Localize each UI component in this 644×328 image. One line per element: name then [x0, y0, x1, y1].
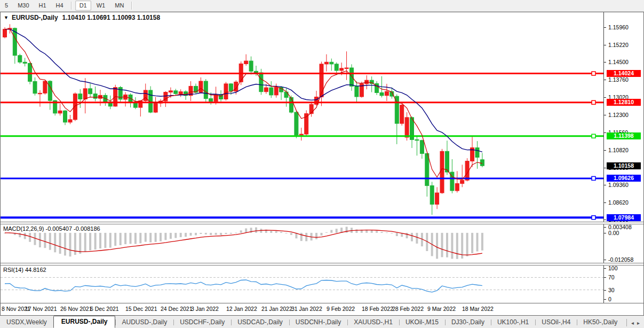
- price-axis: 1.159601.152201.145001.137601.130201.123…: [603, 12, 643, 222]
- level-handle-icon: [592, 72, 595, 75]
- price-axis-label: 1.12300: [608, 112, 629, 118]
- level-handle-icon: [592, 100, 595, 104]
- rsi-axis-label: 70: [608, 274, 615, 280]
- macd-label: MACD(12,26,9) -0.005407 -0.008186: [3, 225, 100, 232]
- chart-ohlc-values: 1.10410 1.10691 1.10093 1.10158: [62, 14, 161, 21]
- date-label-26-nov-2021: 26 Nov 2021: [60, 306, 92, 312]
- chart-tab-audusd-daily[interactable]: AUDUSD-,Daily: [115, 317, 173, 328]
- level-line-1.07984[interactable]: [1, 216, 603, 220]
- chart-tab-xauusd-h1[interactable]: XAUUSD-,H1: [347, 317, 399, 328]
- timeframe-button-m30[interactable]: M30: [13, 1, 33, 11]
- toolbar-separator: [131, 2, 132, 10]
- date-label-21-jan-2022: 21 Jan 2022: [261, 306, 292, 312]
- date-label-18-feb-2022: 18 Feb 2022: [362, 306, 393, 312]
- rsi-axis-tick: [604, 277, 606, 278]
- level-badge-1.12810: 1.12810: [607, 99, 641, 106]
- price-axis-label: 1.15960: [608, 24, 629, 30]
- chart-tab-ukoil-m15[interactable]: UKOil-,M15: [399, 317, 445, 328]
- chart-tab-usdchf-daily[interactable]: USDCHF-,Daily: [173, 317, 231, 328]
- level-line-1.09626[interactable]: [1, 176, 603, 180]
- price-axis-tick: [604, 168, 606, 168]
- level-badge-1.09626: 1.09626: [607, 175, 641, 182]
- macd-axis-label: -0.012058: [608, 256, 633, 263]
- price-axis-label: 1.09360: [608, 182, 629, 188]
- price-axis-label: 1.10820: [608, 147, 629, 153]
- date-label-28-feb-2022: 28 Feb 2022: [392, 306, 424, 312]
- chart-title: ▼ EURUSD-,Daily 1.10410 1.10691 1.10093 …: [4, 14, 160, 21]
- price-axis-tick: [604, 220, 606, 220]
- date-label-24-dec-2021: 24 Dec 2021: [161, 306, 193, 312]
- date-label-9-feb-2022: 9 Feb 2022: [327, 306, 355, 312]
- price-axis-label: 1.15220: [608, 42, 629, 48]
- level-badge-1.14024: 1.14024: [607, 70, 641, 77]
- rsi-label: RSI(14) 44.8162: [3, 267, 46, 273]
- timeframe-button-w1[interactable]: W1: [92, 1, 110, 11]
- chart-symbol-title: EURUSD-,Daily: [12, 14, 58, 21]
- date-label-9-mar-2022: 9 Mar 2022: [427, 306, 456, 312]
- tab-scroll-left-icon[interactable]: ◂: [631, 320, 634, 326]
- level-handle-icon: [592, 176, 595, 180]
- price-axis-tick: [604, 80, 606, 80]
- chart-tab-bar: USDX,WeeklyEURUSD-,DailyAUDUSD-,DailyUSD…: [0, 316, 644, 328]
- chart-tab-usoil-h4[interactable]: USOil-,H4: [535, 317, 577, 328]
- level-handle-icon: [592, 134, 595, 138]
- tab-scrollers: ◂▸: [626, 319, 644, 326]
- timeframe-button-5[interactable]: 5: [1, 1, 12, 11]
- price-axis-tick: [604, 185, 606, 185]
- chart-tab-usdcnh-daily[interactable]: USDCNH-,Daily: [289, 317, 347, 328]
- price-axis-tick: [604, 150, 606, 151]
- rsi-axis-label: 100: [608, 265, 618, 271]
- tab-scroll-right-icon[interactable]: ▸: [637, 320, 640, 326]
- price-axis-tick: [604, 132, 606, 133]
- level-badge-1.11398: 1.11398: [607, 132, 641, 139]
- rsi-axis-label: 30: [608, 287, 615, 293]
- rsi-axis-label: 0: [608, 296, 611, 302]
- timeframe-button-d1[interactable]: D1: [75, 1, 91, 11]
- rsi-pane[interactable]: RSI(14) 44.8162: [1, 265, 603, 303]
- price-axis-tick: [604, 115, 606, 115]
- toolbar-separator: [71, 2, 72, 10]
- rsi-canvas: [1, 265, 603, 303]
- rsi-axis-tick: [604, 290, 606, 291]
- macd-axis-tick: [604, 260, 606, 260]
- rsi-line: [5, 280, 482, 292]
- timeframe-button-h1[interactable]: H1: [35, 1, 51, 11]
- date-label-6-dec-2021: 6 Dec 2021: [90, 306, 119, 312]
- date-label-18-mar-2022: 18 Mar 2022: [462, 306, 494, 312]
- trading-terminal-window: 5M30H1H4D1W1MN ▼ EURUSD-,Daily 1.10410 1…: [0, 0, 644, 328]
- chart-tab-usdx-weekly[interactable]: USDX,Weekly: [0, 317, 53, 328]
- macd-axis: 0.0034080.00-0.012058: [603, 224, 643, 263]
- date-label-17-nov-2021: 17 Nov 2021: [25, 306, 57, 312]
- timeframe-button-h4[interactable]: H4: [52, 1, 68, 11]
- timeframe-toolbar: 5M30H1H4D1W1MN: [0, 0, 644, 12]
- date-label-15-dec-2021: 15 Dec 2021: [125, 306, 157, 312]
- level-badge-1.07984: 1.07984: [607, 214, 641, 221]
- price-axis-label: 1.08620: [608, 199, 629, 206]
- chart-tab-hk50-daily[interactable]: HK50-,Daily: [577, 317, 624, 328]
- price-chart-canvas: [1, 12, 603, 222]
- macd-signal-line: [5, 230, 482, 255]
- price-axis-label: 1.14500: [608, 59, 629, 65]
- date-label-12-jan-2022: 12 Jan 2022: [226, 306, 257, 312]
- price-axis-tick: [604, 97, 606, 98]
- price-chart-pane[interactable]: ▼ EURUSD-,Daily 1.10410 1.10691 1.10093 …: [1, 12, 603, 222]
- price-axis-label: 1.13760: [608, 76, 629, 83]
- rsi-axis-tick: [604, 268, 606, 269]
- chart-tab-dj30-daily[interactable]: DJ30-,Daily: [445, 317, 491, 328]
- price-axis-tick: [604, 45, 606, 45]
- chart-tab-eurusd-daily[interactable]: EURUSD-,Daily: [53, 316, 116, 328]
- symbol-dropdown-icon[interactable]: ▼: [4, 15, 9, 20]
- rsi-axis-tick: [604, 299, 606, 300]
- chart-window: ▼ EURUSD-,Daily 1.10410 1.10691 1.10093 …: [0, 12, 644, 316]
- chart-tab-usdcad-daily[interactable]: USDCAD-,Daily: [231, 317, 289, 328]
- level-line-1.12810[interactable]: [1, 100, 603, 104]
- timeframe-button-mn[interactable]: MN: [110, 1, 128, 11]
- chart-tab-uk100-h1[interactable]: UK100-,H1: [491, 317, 535, 328]
- level-handle-icon: [592, 216, 595, 220]
- level-line-1.14024[interactable]: [1, 72, 603, 75]
- macd-axis-tick: [604, 227, 606, 228]
- price-axis-tick: [604, 62, 606, 63]
- price-axis-tick: [604, 27, 606, 28]
- macd-pane[interactable]: MACD(12,26,9) -0.005407 -0.008186: [1, 224, 603, 263]
- date-label-31-jan-2022: 31 Jan 2022: [291, 306, 322, 312]
